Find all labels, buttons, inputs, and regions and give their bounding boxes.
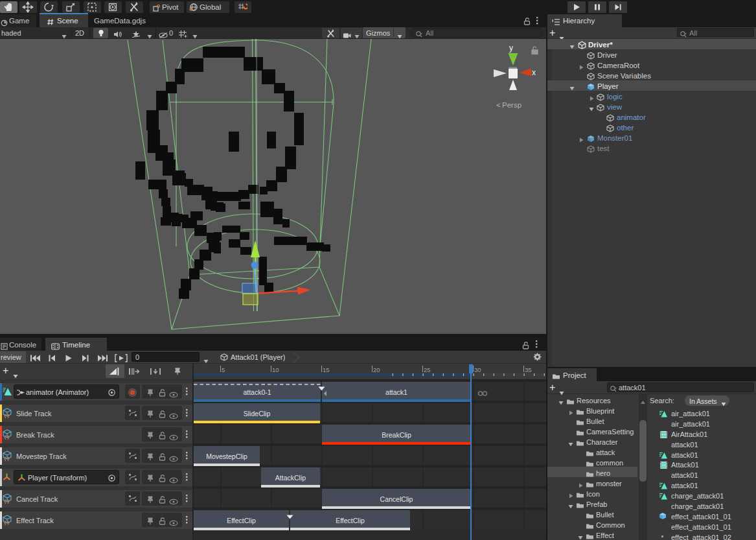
svg-text:y: y xyxy=(509,43,513,53)
svg-text:x: x xyxy=(532,68,536,77)
svg-text:< Persp: < Persp xyxy=(496,101,521,109)
